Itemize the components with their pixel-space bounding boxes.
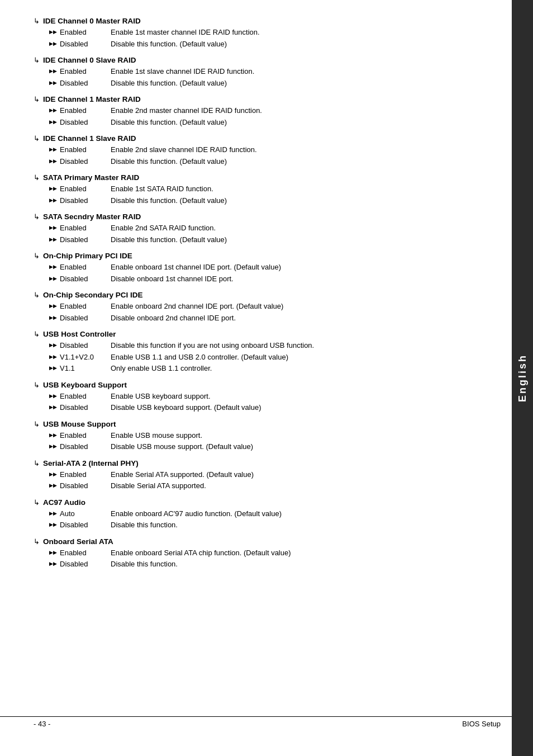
option-row: EnabledEnable 1st master channel IDE RAI… [49,27,502,38]
option-key: Disabled [49,156,111,167]
option-key: Disabled [49,234,111,245]
section-title-ac97-audio: AC97 Audio [34,498,502,507]
option-key: Disabled [49,441,111,452]
option-value: Disable onboard 1st channel IDE port. [111,273,502,285]
option-value: Disable this function. (Default value) [111,156,502,167]
option-key: Enabled [49,27,111,38]
option-value: Enable USB mouse support. [111,430,502,441]
option-value: Enable onboard 2nd channel IDE port. (De… [111,301,502,312]
option-key: Enabled [49,430,111,441]
main-content: IDE Channel 0 Master RAIDEnabledEnable 1… [34,17,502,570]
option-value: Enable USB keyboard support. [111,391,502,402]
option-row: EnabledEnable onboard Serial ATA chip fu… [49,547,502,559]
option-row: DisabledDisable this function. [49,559,502,570]
option-key: Enabled [49,66,111,77]
option-value: Enable onboard 1st channel IDE port. (De… [111,262,502,273]
section-title-onchip-secondary-pci: On-Chip Secondary PCI IDE [34,291,502,299]
option-row: V1.1+V2.0Enable USB 1.1 and USB 2.0 cont… [49,352,502,363]
option-key: Disabled [49,340,111,351]
option-row: EnabledEnable 1st SATA RAID function. [49,183,502,195]
option-row: DisabledDisable onboard 1st channel IDE … [49,273,502,285]
option-key: Enabled [49,469,111,480]
option-key: Disabled [49,480,111,492]
section-serial-ata2: Serial-ATA 2 (Internal PHY)EnabledEnable… [34,459,502,492]
option-key: Disabled [49,39,111,50]
option-row: EnabledEnable USB mouse support. [49,430,502,441]
option-row: EnabledEnable onboard 1st channel IDE po… [49,262,502,273]
option-value: Enable USB 1.1 and USB 2.0 controller. (… [111,352,502,363]
option-row: EnabledEnable USB keyboard support. [49,391,502,402]
option-row: EnabledEnable 1st slave channel IDE RAID… [49,66,502,77]
option-row: DisabledDisable this function. [49,519,502,531]
section-ide-ch1-master: IDE Channel 1 Master RAIDEnabledEnable 2… [34,95,502,127]
option-row: DisabledDisable onboard 2nd channel IDE … [49,313,502,324]
section-usb-host-controller: USB Host ControllerDisabledDisable this … [34,330,502,374]
option-value: Disable this function. (Default value) [111,234,502,245]
section-onchip-primary-pci: On-Chip Primary PCI IDEEnabledEnable onb… [34,252,502,284]
option-value: Disable this function. (Default value) [111,39,502,50]
option-key: Enabled [49,262,111,273]
option-row: AutoEnable onboard AC'97 audio function.… [49,508,502,519]
page-number: - 43 - [34,720,50,728]
option-key: Enabled [49,391,111,402]
option-key: Disabled [49,195,111,206]
option-row: DisabledDisable USB mouse support. (Defa… [49,441,502,452]
option-row: DisabledDisable Serial ATA supported. [49,480,502,492]
section-title-ide-ch1-master: IDE Channel 1 Master RAID [34,95,502,103]
option-value: Disable this function. [111,559,502,570]
option-row: EnabledEnable 2nd master channel IDE RAI… [49,105,502,116]
option-row: EnabledEnable 2nd SATA RAID function. [49,223,502,234]
option-key: Auto [49,508,111,519]
section-ide-ch1-slave: IDE Channel 1 Slave RAIDEnabledEnable 2n… [34,134,502,167]
section-sata-primary: SATA Primary Master RAIDEnabledEnable 1s… [34,173,502,206]
option-value: Disable USB mouse support. (Default valu… [111,441,502,452]
option-row: DisabledDisable this function if you are… [49,340,502,351]
option-value: Enable 2nd slave channel IDE RAID functi… [111,144,502,155]
option-value: Disable this function. (Default value) [111,78,502,89]
section-title-usb-host-controller: USB Host Controller [34,330,502,338]
section-title-ide-ch0-slave: IDE Channel 0 Slave RAID [34,56,502,64]
section-sata-secondary: SATA Secndry Master RAIDEnabledEnable 2n… [34,212,502,245]
option-value: Enable Serial ATA supported. (Default va… [111,469,502,480]
section-title-ide-ch0-master: IDE Channel 0 Master RAID [34,17,502,25]
section-title-serial-ata2: Serial-ATA 2 (Internal PHY) [34,459,502,467]
option-key: Enabled [49,301,111,312]
option-value: Enable 1st SATA RAID function. [111,183,502,195]
option-row: DisabledDisable this function. (Default … [49,39,502,50]
option-value: Disable this function. (Default value) [111,195,502,206]
option-row: EnabledEnable 2nd slave channel IDE RAID… [49,144,502,155]
section-ac97-audio: AC97 AudioAutoEnable onboard AC'97 audio… [34,498,502,531]
section-usb-keyboard: USB Keyboard SupportEnabledEnable USB ke… [34,381,502,413]
option-value: Enable 1st slave channel IDE RAID functi… [111,66,502,77]
option-key: Enabled [49,223,111,234]
bios-label: BIOS Setup [462,720,501,728]
option-value: Enable onboard AC'97 audio function. (De… [111,508,502,519]
option-key: Enabled [49,183,111,195]
option-value: Disable Serial ATA supported. [111,480,502,492]
option-value: Enable onboard Serial ATA chip function.… [111,547,502,559]
option-value: Disable this function. [111,519,502,531]
option-key: V1.1 [49,363,111,374]
section-ide-ch0-master: IDE Channel 0 Master RAIDEnabledEnable 1… [34,17,502,49]
option-key: Disabled [49,402,111,413]
option-row: DisabledDisable this function. (Default … [49,195,502,206]
section-title-onchip-primary-pci: On-Chip Primary PCI IDE [34,252,502,260]
option-row: EnabledEnable onboard 2nd channel IDE po… [49,301,502,312]
option-value: Enable 2nd master channel IDE RAID funct… [111,105,502,116]
option-key: Enabled [49,547,111,559]
sidebar: English [512,0,533,756]
option-key: Disabled [49,117,111,128]
sidebar-label: English [517,354,529,402]
section-title-ide-ch1-slave: IDE Channel 1 Slave RAID [34,134,502,143]
option-value: Disable USB keyboard support. (Default v… [111,402,502,413]
section-onboard-serial-ata: Onboard Serial ATAEnabledEnable onboard … [34,537,502,570]
option-key: Disabled [49,273,111,285]
option-row: DisabledDisable this function. (Default … [49,117,502,128]
option-value: Enable 1st master channel IDE RAID funct… [111,27,502,38]
section-title-sata-secondary: SATA Secndry Master RAID [34,212,502,221]
section-title-usb-keyboard: USB Keyboard Support [34,381,502,389]
option-key: Enabled [49,105,111,116]
option-key: Disabled [49,313,111,324]
section-onchip-secondary-pci: On-Chip Secondary PCI IDEEnabledEnable o… [34,291,502,323]
option-key: V1.1+V2.0 [49,352,111,363]
